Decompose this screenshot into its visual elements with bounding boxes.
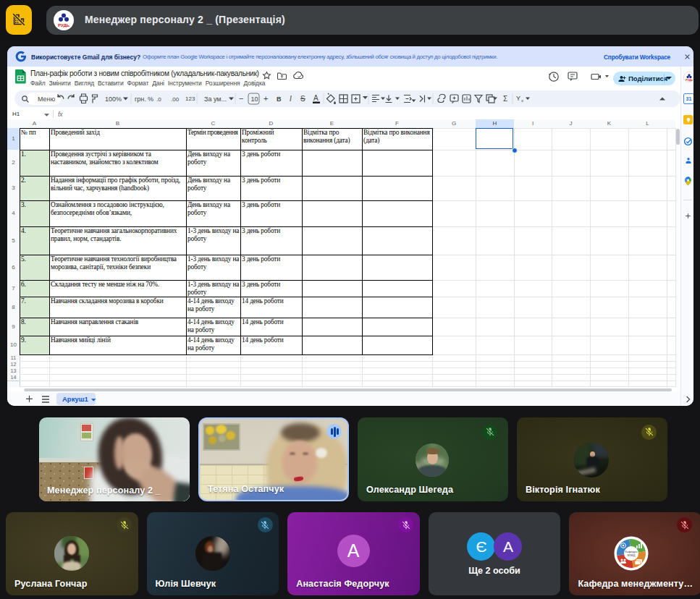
svg-text:10: 10 xyxy=(251,95,258,103)
svg-text:.00: .00 xyxy=(171,96,180,103)
svg-text:Y: Y xyxy=(516,95,520,102)
svg-text:123: 123 xyxy=(185,95,195,102)
svg-text:S: S xyxy=(300,95,305,103)
svg-text:−: − xyxy=(239,94,243,103)
svg-text:B: B xyxy=(277,95,282,103)
svg-text:x: x xyxy=(521,98,523,103)
svg-text:Σ: Σ xyxy=(503,95,507,103)
svg-text:I: I xyxy=(290,95,292,103)
svg-text:100%: 100% xyxy=(105,95,122,103)
svg-text:+: + xyxy=(263,94,268,103)
svg-text:%: % xyxy=(148,95,153,103)
svg-text:МЗЕД: МЗЕД xyxy=(628,553,636,557)
svg-text:грн.: грн. xyxy=(135,95,146,103)
svg-text:.0: .0 xyxy=(156,96,161,103)
svg-text:A: A xyxy=(313,94,319,102)
svg-text:РУДЬ: РУДЬ xyxy=(58,23,70,27)
svg-text:РУДЬ: РУДЬ xyxy=(686,78,693,81)
svg-text:За ум...: За ум... xyxy=(204,95,227,103)
